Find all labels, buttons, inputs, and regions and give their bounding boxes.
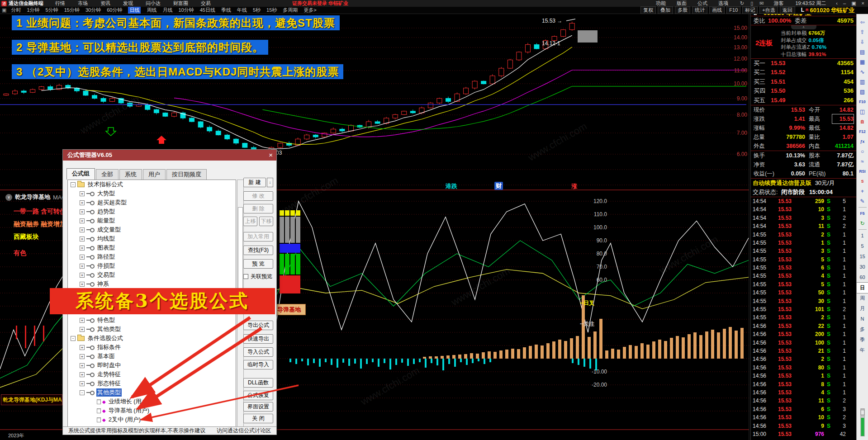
dialog-button-公式恢复[interactable]: 公式恢复	[243, 391, 273, 400]
down-icon[interactable]: ⇩	[857, 37, 868, 47]
f10-icon[interactable]: F10	[857, 97, 868, 107]
panel-toggle-icon[interactable]: ‹	[836, 0, 838, 7]
tree-item-大势型[interactable]: +大势型	[68, 189, 236, 198]
menu-item-交易[interactable]: 交易	[201, 0, 211, 7]
period-1分钟[interactable]: 1分钟	[27, 7, 39, 14]
tree-item-导弹基地 (用户)[interactable]: ◆导弹基地 (用户)	[68, 406, 236, 415]
refresh-icon[interactable]: ↻	[740, 0, 744, 7]
tree-item-神系[interactable]: +神系	[68, 279, 236, 289]
period-分时[interactable]: 分时	[11, 7, 21, 14]
tree-item-即时盘中[interactable]: +即时盘中	[68, 361, 236, 370]
period-60分钟[interactable]: 60分钟	[107, 7, 122, 14]
mail-icon[interactable]: ✉	[759, 0, 764, 7]
checkbox-box[interactable]	[243, 274, 248, 279]
tree-item-能量型[interactable]: +能量型	[68, 216, 236, 225]
strip-period-日[interactable]: 日	[857, 283, 868, 293]
tree-item-图表型[interactable]: +图表型	[68, 243, 236, 252]
tree-item-特色型[interactable]: +特色型	[68, 316, 236, 325]
menu-item-财富圈[interactable]: 财富圈	[173, 0, 188, 7]
strip-period-周[interactable]: 周	[857, 293, 868, 303]
report-icon[interactable]: ▤	[857, 47, 868, 57]
minimize-icon[interactable]: –	[843, 0, 846, 7]
tree-item-超买超卖型[interactable]: +超买超卖型	[68, 198, 236, 207]
dialog-button-导出公式[interactable]: 导出公式	[243, 321, 273, 330]
dialog-button-DLL函数[interactable]: DLL函数	[243, 378, 273, 388]
tree-item-形态特征[interactable]: +形态特征	[68, 379, 236, 388]
dialog-button-快速导出[interactable]: 快速导出	[243, 334, 273, 344]
dialog-close-icon[interactable]: ×	[269, 150, 273, 161]
period-5秒[interactable]: 5秒	[253, 7, 261, 14]
collapse-indicator-icon[interactable]: ∨	[5, 194, 12, 201]
period-10分钟[interactable]: 10分钟	[178, 7, 194, 14]
dialog-button-导入公式[interactable]: 导入公式	[243, 347, 273, 357]
period-15秒[interactable]: 15秒	[266, 7, 277, 14]
circle-icon[interactable]: ○	[857, 147, 868, 156]
back-icon[interactable]: ⇦	[857, 17, 868, 27]
period-5分钟[interactable]: 5分钟	[46, 7, 58, 14]
strip-period-60[interactable]: 60	[857, 272, 868, 283]
tool-统计[interactable]: 统计	[692, 6, 707, 14]
menu-item-问小达[interactable]: 问小达	[146, 0, 161, 7]
user-label[interactable]: 游客	[773, 0, 783, 7]
tree-item-基本面[interactable]: +基本面	[68, 352, 236, 361]
trend-line-icon[interactable]: ∿	[857, 67, 868, 77]
strip-period-1[interactable]: 1	[857, 231, 868, 241]
tool-+自选[interactable]: +自选	[759, 6, 778, 14]
menu-item-资讯[interactable]: 资讯	[100, 0, 110, 7]
tab-用户[interactable]: 用户	[143, 169, 166, 180]
menu-item-版面[interactable]: 版面	[677, 0, 687, 7]
tree-item-其他类型[interactable]: -其他类型	[68, 388, 236, 397]
tree-item-路径型[interactable]: +路径型	[68, 252, 236, 261]
period-30分钟[interactable]: 30分钟	[85, 7, 101, 14]
refresh-icon[interactable]: ↻	[857, 218, 868, 228]
strip-period-季[interactable]: 季	[857, 335, 868, 345]
tool-叠加[interactable]: 叠加	[658, 6, 673, 14]
period-多周期[interactable]: 多周期	[283, 7, 298, 14]
tree-item-技术指标公式[interactable]: -技术指标公式	[68, 180, 236, 189]
dialog-button-查找(F3)[interactable]: 查找(F3)	[243, 246, 273, 255]
menu-item-行情[interactable]: 行情	[55, 0, 65, 7]
tree-item-业绩增长 (用户)[interactable]: ◆业绩增长 (用户)	[68, 397, 236, 406]
tool-F10[interactable]: F10	[726, 6, 740, 14]
restore-window-icon[interactable]: ▣	[2, 7, 6, 14]
period-年线[interactable]: 年线	[237, 7, 247, 14]
period-日线[interactable]: 日线	[128, 7, 141, 14]
tree-item-停损型[interactable]: +停损型	[68, 261, 236, 270]
menu-item-发现[interactable]: 发现	[123, 0, 133, 7]
tab-公式组[interactable]: 公式组	[66, 168, 95, 180]
strip-period-多[interactable]: 多	[857, 324, 868, 335]
forum-link[interactable]: 访问通达信公式讨论区	[217, 427, 271, 435]
dialog-button-界面设置[interactable]: 界面设置	[243, 402, 273, 412]
wave-icon[interactable]: ≈	[857, 156, 868, 166]
tree-item-趋势型[interactable]: +趋势型	[68, 207, 236, 216]
dialog-title[interactable]: 公式管理器V6.05	[63, 150, 276, 161]
menu-item-公式[interactable]: 公式	[697, 0, 707, 7]
tree-item-指标条件[interactable]: +指标条件	[68, 343, 236, 352]
move-icon[interactable]: +	[857, 186, 868, 196]
mobile-icon[interactable]: ▯	[750, 0, 753, 7]
formula-icon[interactable]: ƒx	[857, 137, 868, 147]
tool-画线[interactable]: 画线	[709, 6, 725, 14]
dialog-button-新建[interactable]: 新 建	[243, 178, 266, 187]
tool-标记[interactable]: 标记	[742, 6, 758, 14]
zoom-slider[interactable]	[860, 408, 864, 436]
strip-period-5[interactable]: 5	[857, 241, 868, 251]
tool-复权[interactable]: 复权	[640, 6, 656, 14]
dialog-button-临时导入[interactable]: 临时导入	[243, 360, 273, 369]
period-更多>[interactable]: 更多>	[304, 7, 316, 14]
period-15分钟[interactable]: 15分钟	[64, 7, 80, 14]
new-dropdown-icon[interactable]: ↓	[267, 178, 273, 187]
zixuan-icon[interactable]: 自	[857, 117, 868, 127]
f5-icon[interactable]: F5	[857, 208, 868, 218]
block-icon[interactable]: ◫	[857, 107, 868, 117]
tool-多股[interactable]: 多股	[675, 6, 690, 14]
linked-preview-checkbox[interactable]: 关联预览	[243, 273, 272, 280]
collapse-tab[interactable]: ∧	[791, 25, 816, 29]
maximize-icon[interactable]: ▣	[851, 0, 856, 7]
strip-period-30[interactable]: 30	[857, 262, 868, 272]
tree-item-条件选股公式[interactable]: -条件选股公式	[68, 334, 236, 343]
rsi-icon[interactable]: RSI	[857, 166, 868, 176]
dialog-button-预览[interactable]: 预 览	[243, 259, 273, 269]
pencil-icon[interactable]: ✎	[857, 196, 868, 206]
period-月线[interactable]: 月线	[162, 7, 172, 14]
